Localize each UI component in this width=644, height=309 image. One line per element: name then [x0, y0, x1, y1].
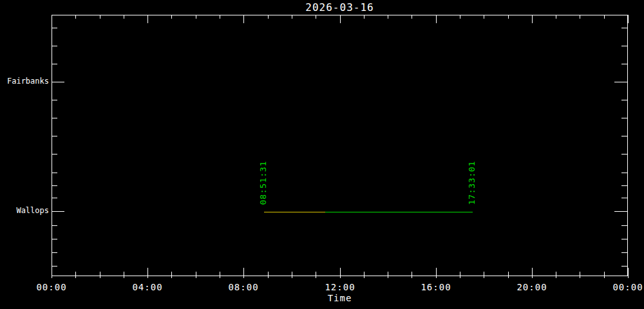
y-minor-tick-right	[621, 185, 627, 186]
x-minor-tick-top	[412, 15, 412, 19]
x-major-tick-top	[628, 15, 629, 23]
y-minor-tick-left	[52, 100, 57, 100]
x-tick-label: 08:00	[221, 282, 266, 292]
x-minor-tick-bottom	[580, 272, 580, 278]
y-minor-tick-right	[621, 173, 627, 173]
x-tick-label: 04:00	[125, 282, 170, 292]
x-minor-tick-top	[124, 15, 124, 19]
y-minor-tick-left	[52, 239, 57, 239]
x-minor-tick-bottom	[292, 272, 292, 278]
station-tick-right	[614, 211, 627, 212]
x-minor-tick-top	[388, 15, 388, 19]
pass-line-segment	[264, 212, 325, 212]
y-minor-tick-left	[52, 225, 57, 226]
y-minor-tick-right	[621, 225, 627, 226]
x-major-tick-top	[147, 15, 148, 23]
y-minor-tick-left	[52, 118, 57, 118]
x-minor-tick-top	[460, 15, 460, 19]
y-minor-tick-left	[52, 136, 57, 136]
x-minor-tick-bottom	[316, 272, 316, 278]
timeline-figure: 2026-03-16 Time 00:0004:0008:0012:0016:0…	[0, 0, 644, 309]
x-minor-tick-bottom	[124, 272, 124, 278]
x-tick-label: 12:00	[317, 282, 363, 292]
y-minor-tick-left	[52, 252, 57, 253]
y-minor-tick-right	[621, 100, 627, 100]
x-minor-tick-top	[268, 15, 269, 19]
station-label: Fairbanks	[0, 77, 49, 86]
y-minor-tick-left	[52, 154, 57, 154]
y-minor-tick-left	[52, 46, 57, 46]
x-minor-tick-top	[220, 15, 220, 19]
x-tick-label: 16:00	[413, 282, 459, 292]
x-minor-tick-bottom	[604, 272, 605, 278]
x-minor-tick-bottom	[412, 272, 412, 278]
x-major-tick-bottom	[628, 268, 629, 278]
x-minor-tick-top	[484, 15, 484, 19]
x-major-tick-top	[52, 15, 52, 23]
y-minor-tick-right	[621, 266, 627, 267]
y-minor-tick-left	[52, 185, 57, 186]
station-tick-left	[52, 82, 64, 82]
pass-start-time-label: 08:51:31	[258, 161, 268, 205]
station-label: Wallops	[0, 206, 49, 215]
x-minor-tick-top	[171, 15, 172, 19]
x-minor-tick-bottom	[171, 272, 172, 278]
x-minor-tick-top	[556, 15, 556, 19]
plot-frame	[52, 15, 628, 276]
x-minor-tick-bottom	[508, 272, 509, 278]
x-minor-tick-bottom	[196, 272, 196, 278]
pass-line-segment	[325, 212, 473, 212]
x-minor-tick-top	[604, 15, 605, 19]
x-minor-tick-bottom	[268, 272, 269, 278]
y-minor-tick-left	[52, 173, 57, 173]
x-major-tick-bottom	[243, 268, 244, 278]
x-minor-tick-bottom	[556, 272, 556, 278]
station-tick-left	[52, 211, 64, 212]
x-minor-tick-top	[100, 15, 100, 19]
y-minor-tick-left	[52, 64, 57, 64]
y-minor-tick-right	[621, 239, 627, 239]
x-major-tick-top	[243, 15, 244, 23]
x-minor-tick-top	[508, 15, 509, 19]
x-minor-tick-bottom	[364, 272, 365, 278]
y-minor-tick-right	[621, 198, 627, 198]
x-minor-tick-top	[316, 15, 316, 19]
x-minor-tick-top	[364, 15, 365, 19]
x-major-tick-bottom	[436, 268, 437, 278]
x-tick-label: 00:00	[605, 282, 644, 292]
x-tick-label: 00:00	[29, 282, 74, 292]
x-minor-tick-bottom	[460, 272, 460, 278]
x-axis-title: Time	[52, 293, 628, 303]
x-major-tick-bottom	[532, 268, 533, 278]
pass-end-time-label: 17:33:01	[467, 161, 477, 205]
x-major-tick-top	[340, 15, 341, 23]
x-major-tick-top	[436, 15, 437, 23]
x-minor-tick-bottom	[100, 272, 100, 278]
y-minor-tick-right	[621, 154, 627, 154]
y-minor-tick-left	[52, 198, 57, 198]
x-major-tick-top	[532, 15, 533, 23]
x-major-tick-bottom	[340, 268, 341, 278]
x-minor-tick-top	[196, 15, 196, 19]
x-minor-tick-top	[580, 15, 580, 19]
y-minor-tick-left	[52, 28, 57, 28]
y-minor-tick-right	[621, 64, 627, 64]
x-major-tick-bottom	[52, 268, 52, 278]
x-minor-tick-top	[292, 15, 292, 19]
x-minor-tick-top	[75, 15, 76, 19]
y-minor-tick-left	[52, 266, 57, 267]
x-minor-tick-bottom	[220, 272, 220, 278]
station-tick-right	[614, 82, 627, 82]
x-minor-tick-bottom	[75, 272, 76, 278]
x-major-tick-bottom	[147, 268, 148, 278]
y-minor-tick-right	[621, 118, 627, 118]
y-minor-tick-right	[621, 46, 627, 46]
y-minor-tick-right	[621, 28, 627, 28]
x-minor-tick-bottom	[484, 272, 484, 278]
y-minor-tick-right	[621, 252, 627, 253]
y-minor-tick-right	[621, 136, 627, 136]
x-tick-label: 20:00	[509, 282, 554, 292]
x-minor-tick-bottom	[388, 272, 388, 278]
plot-title: 2026-03-16	[52, 1, 628, 14]
